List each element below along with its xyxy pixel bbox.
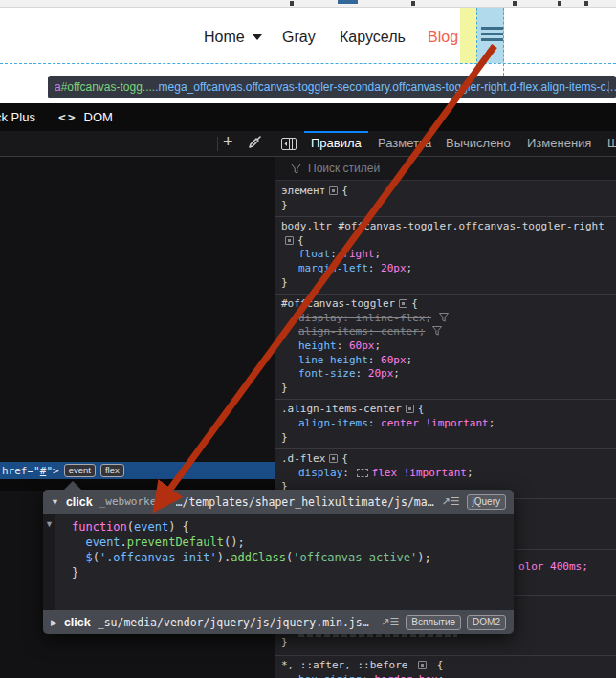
- css-declaration[interactable]: float: right;: [281, 248, 616, 262]
- css-rule: #offcanvas-toggler{display: inline-flex;…: [275, 294, 616, 399]
- css-selector: *, ::after, ::before: [281, 659, 407, 671]
- flex-badge[interactable]: flex: [100, 464, 124, 477]
- toolbox-tab-adblock[interactable]: ck Plus: [0, 110, 35, 124]
- code-fold-caret-icon[interactable]: ▼: [45, 519, 54, 529]
- chrome-fragment: [558, 1, 561, 6]
- event-badge[interactable]: event: [64, 464, 96, 477]
- selector-highlight-icon[interactable]: [399, 299, 407, 308]
- jump-to-debugger-icon[interactable]: ↗☰: [381, 616, 399, 628]
- chrome-fragment-accent: [338, 0, 358, 4]
- tab-ш[interactable]: Ш: [607, 136, 616, 150]
- clipped-css-value: olor 400ms;: [518, 560, 588, 573]
- jump-to-debugger-icon[interactable]: ↗☰: [441, 495, 459, 508]
- popup-anchor-arrow: [64, 481, 81, 490]
- css-declaration[interactable]: display: inline-flex;: [281, 312, 616, 326]
- active-tab-indicator: [304, 131, 368, 133]
- tab-изменения[interactable]: Изменения: [527, 136, 591, 150]
- styles-search-input[interactable]: [308, 162, 576, 175]
- code-line: event.preventDefault();: [72, 535, 431, 550]
- code-line: }: [72, 565, 431, 580]
- css-declaration[interactable]: display: flex !important;: [281, 467, 616, 481]
- nav-link-blog[interactable]: Blog: [428, 29, 458, 46]
- code-brackets-icon: <>: [58, 110, 77, 124]
- attr-text: href=": [2, 465, 40, 477]
- event-source-link[interactable]: …/templates/shaper_helixultimate/js/main…: [176, 495, 435, 509]
- selector-highlight-icon[interactable]: [418, 661, 427, 669]
- screenshot-root: HomeGrayКарусельBlog a#offcanvas-togg...…: [0, 0, 616, 678]
- css-rule: элемент{}: [275, 182, 616, 216]
- css-declaration[interactable]: font-size: 20px;: [281, 367, 616, 382]
- css-property: box-sizing: [298, 673, 362, 678]
- listener-badge[interactable]: Всплытие: [406, 615, 461, 630]
- selector-highlight-icon[interactable]: [329, 186, 338, 195]
- code-line: $('.offcanvas-init').addClass('offcanvas…: [72, 550, 431, 565]
- event-source-link[interactable]: _su/media/vendor/jquery/js/jquery.min.js…: [98, 616, 374, 629]
- handler-source-view: ▼ function(event) { event.preventDefault…: [43, 514, 514, 610]
- css-rule: .align-items-center{align-items: center …: [275, 399, 616, 448]
- hamburger-icon[interactable]: [481, 27, 503, 30]
- listener-badge[interactable]: DOM2: [467, 615, 506, 630]
- nav-link-карусель[interactable]: Карусель: [340, 29, 406, 46]
- css-declaration[interactable]: align-items: center !important;: [281, 417, 616, 431]
- flex-highlighter-toggle[interactable]: [357, 469, 368, 477]
- rule-separator: [275, 655, 616, 656]
- hamburger-icon[interactable]: [481, 33, 503, 35]
- css-selector[interactable]: элемент: [281, 185, 325, 197]
- expand-caret-icon[interactable]: ▶: [51, 618, 57, 627]
- chrome-fragment: [290, 1, 294, 6]
- code-line: function(event) {: [72, 519, 431, 535]
- infobar-classes: .mega_offcanvas.offcanvas-toggler-second…: [155, 80, 616, 94]
- devtools-toolbox-tabs: ck Plus <> DOM: [0, 103, 616, 131]
- css-declaration[interactable]: height: 60px;: [281, 339, 616, 354]
- highlighter-guide-horizontal: [0, 63, 616, 64]
- attr-text: ">: [46, 465, 58, 477]
- selected-node-row[interactable]: href="#">eventflex: [0, 462, 275, 479]
- devtools-panel: ck Plus <> DOM +: [0, 103, 616, 678]
- filter-icon: [291, 164, 301, 174]
- event-handler-header-jquery[interactable]: ▶ click _su/media/vendor/jquery/js/jquer…: [43, 610, 514, 634]
- event-origin: _webworkers: [99, 495, 169, 508]
- selector-highlight-icon[interactable]: [406, 405, 414, 413]
- css-selector[interactable]: body.ltr #offcanvas-toggler.offcanvas-to…: [281, 220, 605, 232]
- inspector-toolbar: + ПравилаРазметкаВычисленоИзмененияШ: [0, 131, 616, 157]
- nav-link-gray[interactable]: Gray: [282, 29, 316, 46]
- event-listeners-popup: ▼ click _webworkers …/templates/shaper_h…: [43, 490, 514, 634]
- css-selector[interactable]: #offcanvas-toggler: [281, 297, 395, 310]
- css-declaration[interactable]: margin-left: 20px;: [281, 262, 616, 276]
- framework-badge[interactable]: jQuery: [467, 494, 506, 510]
- hamburger-icon[interactable]: [481, 38, 503, 41]
- code-gutter: ▼: [43, 514, 55, 610]
- css-declaration[interactable]: align-items: center;: [281, 325, 616, 339]
- highlighter-infobar: a#offcanvas-togg.....mega_offcanvas.offc…: [48, 76, 616, 98]
- styles-search-row: [275, 157, 616, 181]
- sidebar-toggle-icon[interactable]: [281, 137, 297, 154]
- overridden-filter-icon[interactable]: [439, 313, 449, 322]
- eyedropper-icon[interactable]: [247, 135, 262, 154]
- nav-link-home[interactable]: Home: [204, 29, 262, 46]
- tab-правила[interactable]: Правила: [311, 136, 362, 150]
- collapse-caret-icon[interactable]: ▼: [51, 497, 59, 507]
- infobar-divider: [608, 81, 609, 93]
- chrome-fragment: [513, 1, 517, 6]
- toolbox-tab-dom[interactable]: <> DOM: [58, 110, 113, 124]
- css-rule: body.ltr #offcanvas-toggler.offcanvas-to…: [275, 216, 616, 294]
- css-declaration[interactable]: line-height: 60px;: [281, 354, 616, 368]
- css-selector[interactable]: .align-items-center: [281, 403, 402, 415]
- opening-brace: {: [437, 659, 444, 671]
- tab-вычислено[interactable]: Вычислено: [446, 136, 511, 150]
- overridden-filter-icon[interactable]: [432, 326, 442, 336]
- highlighter-node-region: [477, 8, 504, 63]
- add-node-button[interactable]: +: [223, 132, 233, 152]
- css-selector[interactable]: .d-flex: [281, 452, 325, 465]
- tab-разметка[interactable]: Разметка: [378, 136, 431, 150]
- browser-chrome-sliver: [0, 0, 616, 8]
- highlighter-guide-vertical: [503, 8, 504, 76]
- chrome-fragment: [411, 1, 415, 6]
- selector-highlight-icon[interactable]: [329, 454, 338, 463]
- infobar-id: #offcanvas-togg....: [61, 80, 156, 94]
- selector-highlight-icon[interactable]: [285, 236, 294, 245]
- infobar-tag: a: [55, 80, 61, 94]
- event-handler-header[interactable]: ▼ click _webworkers …/templates/shaper_h…: [43, 490, 514, 514]
- highlighter-guide-vertical: [476, 8, 477, 76]
- event-name: click: [66, 495, 93, 509]
